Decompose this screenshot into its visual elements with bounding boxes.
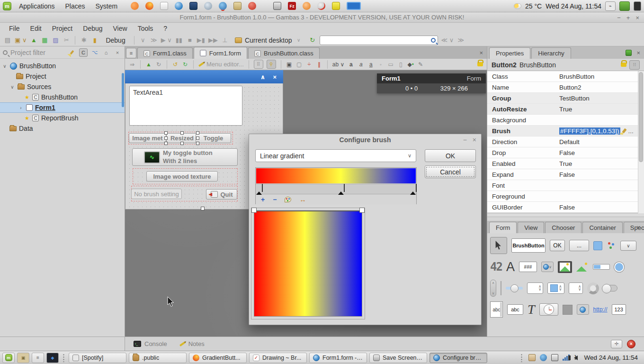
firefox-icon[interactable] bbox=[145, 2, 153, 10]
dark-app-button[interactable]: ◆ bbox=[46, 353, 59, 363]
new-file-icon[interactable]: ▤ bbox=[4, 36, 11, 44]
gambas-launcher-icon[interactable] bbox=[175, 2, 183, 10]
menu-file[interactable]: File bbox=[4, 24, 25, 33]
clean-filter-icon[interactable] bbox=[68, 48, 76, 57]
tab-properties[interactable]: Properties bbox=[489, 47, 530, 59]
weather-icon[interactable] bbox=[514, 3, 521, 9]
tool-timer[interactable] bbox=[539, 303, 558, 316]
tree-item-sources[interactable]: ∨ Sources bbox=[0, 82, 125, 92]
tool-movieview[interactable] bbox=[558, 261, 572, 273]
close-panel-icon[interactable]: × bbox=[636, 49, 640, 56]
tab-form1-form[interactable]: Form1.form bbox=[194, 47, 247, 59]
tool-toolbutton[interactable]: ... bbox=[569, 240, 589, 251]
form-close-icon[interactable]: × bbox=[273, 73, 277, 81]
menu-debug[interactable]: Debug bbox=[78, 24, 107, 33]
toolbox-tab-chooser[interactable]: Chooser bbox=[545, 222, 581, 233]
text-editor-icon[interactable] bbox=[160, 2, 168, 10]
nobrush-button-widget[interactable]: No brush setting bbox=[131, 189, 182, 199]
tab-hierarchy[interactable]: Hierarchy bbox=[531, 47, 571, 59]
squiggle-app-icon[interactable] bbox=[303, 2, 311, 10]
make-icon[interactable]: ▮ bbox=[91, 36, 98, 44]
reload-icon[interactable]: ↻ bbox=[155, 61, 162, 68]
tool-scrollbar[interactable]: ∧∨ bbox=[490, 280, 496, 297]
monitor-icon[interactable] bbox=[189, 2, 197, 10]
tool-valuebox[interactable]: 123 bbox=[612, 304, 626, 315]
form-resize-handle[interactable] bbox=[201, 207, 205, 210]
text-style-icon[interactable]: ab ∨ bbox=[332, 61, 344, 68]
phone-tray-icon[interactable] bbox=[634, 1, 641, 11]
image-met-button-widget[interactable]: Image met bbox=[129, 133, 166, 143]
run-form-icon[interactable]: ⇒ bbox=[129, 61, 135, 68]
globe-icon[interactable] bbox=[204, 2, 212, 10]
menu-places[interactable]: Places bbox=[63, 2, 88, 10]
color-tag-icon[interactable]: ◆• bbox=[407, 61, 414, 68]
preview-handle-left[interactable] bbox=[251, 208, 257, 213]
gradient-stops-strip[interactable] bbox=[256, 184, 416, 194]
step-over-icon[interactable]: ▶▮ bbox=[197, 36, 205, 44]
resize-handle[interactable] bbox=[164, 142, 168, 145]
resize-handle[interactable] bbox=[180, 131, 184, 135]
bold-icon[interactable]: a bbox=[348, 61, 354, 68]
desktop-selector[interactable]: Current desktop ∨ bbox=[232, 36, 305, 45]
send-back-icon[interactable]: ▢ bbox=[296, 61, 303, 68]
project-filter-input[interactable]: Project filter bbox=[10, 49, 65, 56]
tool-urllabel[interactable]: http:// bbox=[593, 306, 608, 313]
tree-item-brushbutton-class[interactable]: ★ C BrushButton bbox=[0, 92, 125, 102]
property-hscrollbar[interactable] bbox=[487, 213, 644, 217]
orange-launcher-icon[interactable] bbox=[131, 2, 139, 10]
resize-handle[interactable] bbox=[180, 142, 184, 145]
bluefish-tray-icon[interactable] bbox=[540, 354, 547, 361]
tab-console[interactable]: ›_ Console bbox=[134, 340, 167, 347]
dialog-titlebar[interactable]: Configure brush − × bbox=[249, 134, 481, 146]
maximize-button[interactable]: + bbox=[626, 14, 630, 21]
sort-properties-button[interactable]: ⁝⁝ bbox=[629, 60, 640, 70]
gradient-preview-bar[interactable] bbox=[256, 168, 416, 183]
search-tool-icon[interactable] bbox=[317, 2, 325, 10]
save-icon[interactable]: ▲ bbox=[30, 36, 37, 44]
align-vcenter-icon[interactable]: ∥ bbox=[316, 61, 322, 68]
hierarchy-view-icon[interactable]: ⌥ bbox=[90, 48, 99, 57]
grid-toggle-icon[interactable]: ⠿ bbox=[254, 60, 263, 69]
help-app-icon[interactable] bbox=[332, 2, 340, 10]
property-row-font[interactable]: Font bbox=[487, 180, 644, 191]
resize-handle[interactable] bbox=[196, 131, 199, 135]
close-filter-icon[interactable]: × bbox=[113, 48, 122, 57]
remove-stop-icon[interactable]: − bbox=[273, 196, 277, 203]
property-row-direction[interactable]: DirectionDefault bbox=[487, 136, 644, 147]
align-hcenter-icon[interactable]: ÷ bbox=[306, 61, 313, 68]
update-manager-icon[interactable] bbox=[219, 2, 227, 10]
italic-icon[interactable]: a bbox=[358, 61, 364, 68]
redo-icon[interactable]: ↻ bbox=[182, 61, 188, 68]
tool-textarea[interactable]: abc bbox=[490, 301, 503, 318]
shape-phone-icon[interactable]: ▯ bbox=[397, 61, 404, 68]
task-save-screenshot[interactable]: Save Screenshot bbox=[369, 353, 427, 363]
stop-program-button[interactable]: × bbox=[627, 340, 635, 348]
toolbox-tab-form[interactable]: Form bbox=[489, 222, 517, 233]
ok-button[interactable]: OK bbox=[425, 149, 476, 162]
cancel-button[interactable]: Cancel bbox=[425, 165, 476, 178]
minimize-button[interactable]: − bbox=[617, 14, 621, 21]
printer-tray-icon[interactable] bbox=[551, 354, 558, 361]
gradient-stop-yellow[interactable] bbox=[338, 184, 344, 191]
tool-spinner[interactable]: ∧∨ bbox=[569, 282, 583, 294]
task-gradientbutton-firefox[interactable]: GradientButt... bbox=[189, 353, 247, 363]
gradient-type-select[interactable]: Linear gradient ∨ bbox=[255, 149, 416, 162]
close-tab-icon[interactable]: × bbox=[479, 49, 483, 56]
step-deep-icon[interactable]: ≫ bbox=[150, 36, 158, 44]
tree-item-data[interactable]: Data bbox=[0, 123, 125, 134]
tool-lcdnumber[interactable]: 42 bbox=[490, 260, 502, 273]
search-next-icon[interactable]: ≫ bbox=[457, 36, 465, 44]
tool-button[interactable]: OK bbox=[550, 240, 565, 251]
keyboard-tray-icon[interactable]: ⌁ bbox=[605, 1, 616, 11]
dialog-close-icon[interactable]: × bbox=[473, 136, 476, 144]
property-row-foreground[interactable]: Foreground bbox=[487, 191, 644, 202]
detach-console-button[interactable]: ✛ bbox=[611, 340, 622, 348]
tool-radiobutton[interactable] bbox=[614, 262, 624, 272]
property-row-guiborder[interactable]: GUIBorderFalse bbox=[487, 202, 644, 213]
resize-handle[interactable] bbox=[196, 142, 199, 145]
tool-separator[interactable] bbox=[501, 281, 501, 295]
property-row-brush[interactable]: Brush #FFFF3F],[0,1,0.53]) ... bbox=[487, 126, 644, 136]
tools-icon[interactable]: ✂ bbox=[63, 36, 70, 44]
shape-rect-icon[interactable]: ▭ bbox=[387, 61, 394, 68]
sidebar-scrollbar[interactable] bbox=[122, 73, 124, 107]
